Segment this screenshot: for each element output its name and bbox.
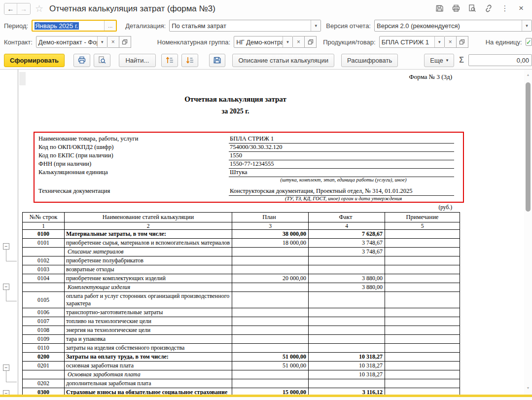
cell-fact[interactable]: 3 880,00 — [309, 283, 385, 292]
cell-plan[interactable] — [232, 317, 309, 326]
save-icon[interactable] — [435, 3, 445, 13]
cell-code[interactable] — [23, 283, 65, 292]
cell-code[interactable]: 0109 — [23, 335, 65, 344]
sum-field[interactable]: 0,00 — [468, 54, 532, 66]
cell-note[interactable] — [385, 335, 460, 344]
column-number-cell[interactable]: 5 — [385, 222, 460, 230]
info-value[interactable]: 1550 — [229, 152, 454, 160]
cell-name[interactable]: транспортно-заготовительные затраты — [65, 308, 232, 317]
scroll-up-icon[interactable]: ▲ — [524, 71, 532, 78]
cell-note[interactable] — [385, 308, 460, 317]
link-icon[interactable] — [484, 3, 494, 13]
cell-note[interactable] — [385, 256, 460, 265]
info-value[interactable]: 1550-77-1234555 — [229, 160, 454, 169]
cell-plan[interactable]: 38 000,00 — [232, 230, 309, 239]
cell-note[interactable] — [385, 265, 460, 274]
info-value[interactable]: Конструкторская документация, Проектный … — [229, 187, 454, 196]
scrollbar-thumb[interactable] — [526, 82, 531, 212]
cell-plan[interactable] — [232, 379, 309, 388]
cell-note[interactable] — [385, 283, 460, 292]
detail-dropdown-icon[interactable]: ▾ — [311, 20, 320, 31]
cell-fact[interactable] — [309, 256, 385, 265]
column-header[interactable]: №№ строк — [23, 213, 65, 222]
cell-fact[interactable] — [309, 265, 385, 274]
cell-note[interactable] — [385, 370, 460, 379]
cell-fact[interactable] — [309, 292, 385, 308]
favorite-star-icon[interactable]: ☆ — [35, 3, 43, 14]
cell-fact[interactable] — [309, 335, 385, 344]
cell-plan[interactable]: 15 000,00 — [232, 388, 309, 395]
nomenclature-group-open-icon[interactable] — [305, 36, 317, 48]
collapse-group-button[interactable]: − — [3, 390, 9, 395]
contract-open-icon[interactable] — [119, 36, 131, 48]
product-select[interactable]: БПЛА СТРИЖ 1 ▾ — [379, 36, 445, 48]
cell-fact[interactable]: 10 318,27 — [309, 362, 385, 370]
collapse-group-button[interactable]: − — [3, 243, 9, 250]
back-button[interactable]: ← — [4, 3, 17, 14]
cell-code[interactable]: 0106 — [23, 308, 65, 317]
info-value[interactable]: БПЛА СТРИЖ 1 — [229, 135, 454, 144]
more-menu-icon[interactable]: ⋮ — [500, 3, 510, 13]
cell-code[interactable]: 0107 — [23, 317, 65, 326]
nomenclature-group-dropdown-icon[interactable]: ▾ — [283, 36, 292, 47]
cell-plan[interactable]: 18 000,00 — [232, 239, 309, 248]
article-description-button[interactable]: Описание статьи калькуляции — [232, 54, 334, 67]
cell-name[interactable]: дополнительная заработная плата — [65, 379, 232, 388]
product-open-icon[interactable] — [457, 36, 468, 48]
column-header[interactable]: Примечание — [385, 213, 460, 222]
cell-fact[interactable]: 3 116,12 — [309, 388, 385, 395]
contract-dropdown-icon[interactable]: ▾ — [97, 36, 107, 47]
cell-name[interactable]: Страховые взносы на обязательное социаль… — [65, 388, 232, 395]
cell-note[interactable] — [385, 230, 460, 239]
preview-button[interactable] — [94, 54, 110, 67]
cell-code[interactable] — [23, 248, 65, 256]
cell-note[interactable] — [385, 344, 460, 353]
cell-name[interactable]: Основная заработная плата — [65, 370, 232, 379]
cell-name[interactable]: затраты на изделия собственного производ… — [65, 344, 232, 353]
cell-code[interactable]: 0110 — [23, 344, 65, 353]
cell-name[interactable]: Затраты на оплату труда, в том числе: — [65, 353, 232, 362]
info-value[interactable]: 754000/30.30.32.120 — [229, 144, 454, 152]
column-header[interactable]: Факт — [309, 213, 385, 222]
autosum-icon[interactable]: Σ — [459, 56, 464, 65]
generate-button[interactable]: Сформировать — [4, 54, 65, 67]
collapse-group-button[interactable]: − — [3, 364, 9, 371]
cell-name[interactable]: энергия на технологические цели — [65, 326, 232, 335]
cell-plan[interactable] — [232, 248, 309, 256]
decrypt-button[interactable]: Расшифровать — [341, 54, 398, 67]
period-input[interactable]: Январь 2025 г. ... — [32, 20, 117, 32]
nomenclature-group-select[interactable]: НГ Демо-контракт ▾ — [234, 36, 293, 48]
cell-fact[interactable] — [309, 344, 385, 353]
cell-code[interactable]: 0202 — [23, 379, 65, 388]
cell-fact[interactable]: 3 748,67 — [309, 239, 385, 248]
column-header[interactable]: План — [232, 213, 309, 222]
nomenclature-group-clear-icon[interactable]: × — [293, 36, 305, 48]
cell-fact[interactable]: 10 318,27 — [309, 370, 385, 379]
cell-note[interactable] — [385, 362, 460, 370]
detail-select[interactable]: По статьям затрат ▾ — [169, 20, 321, 32]
print-button[interactable] — [73, 54, 90, 67]
cell-plan[interactable] — [232, 256, 309, 265]
cell-note[interactable] — [385, 379, 460, 388]
cell-plan[interactable] — [232, 326, 309, 335]
cell-code[interactable]: 0102 — [23, 256, 65, 265]
cell-code[interactable]: 0101 — [23, 239, 65, 248]
cell-fact[interactable] — [309, 308, 385, 317]
cell-note[interactable] — [385, 388, 460, 395]
version-select[interactable]: Версия 2.0 (рекомендуется) ▾ — [374, 20, 532, 32]
cell-note[interactable] — [385, 353, 460, 362]
cell-code[interactable]: 0104 — [23, 274, 65, 283]
cell-name[interactable]: тара и упаковка — [65, 335, 232, 344]
cell-plan[interactable] — [232, 283, 309, 292]
column-number-cell[interactable]: 1 — [23, 222, 65, 230]
cell-code[interactable]: 0201 — [23, 362, 65, 370]
cell-fact[interactable] — [309, 317, 385, 326]
cell-name[interactable]: топливо на технологические цели — [65, 317, 232, 326]
cell-code[interactable]: 0108 — [23, 326, 65, 335]
cell-note[interactable] — [385, 326, 460, 335]
column-number-cell[interactable]: 4 — [309, 222, 385, 230]
cell-fact[interactable]: 3 748,67 — [309, 248, 385, 256]
cell-name[interactable]: Списание материалов — [65, 248, 232, 256]
per-unit-checkbox[interactable]: ✓ — [526, 38, 532, 46]
contract-select[interactable]: Демо-контракт - Формы РКМ ▾ — [36, 36, 107, 48]
